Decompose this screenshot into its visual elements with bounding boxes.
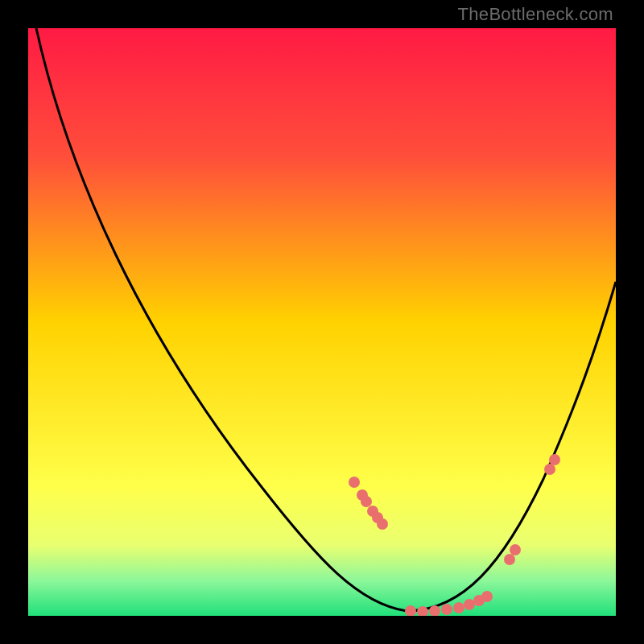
plot-area	[28, 28, 616, 616]
data-point	[377, 518, 388, 530]
data-point	[481, 591, 493, 602]
data-point	[544, 464, 555, 475]
attribution-label: TheBottleneck.com	[458, 4, 613, 25]
curve-line	[36, 28, 616, 611]
data-point	[510, 544, 521, 555]
curve-points	[349, 454, 560, 616]
bottleneck-curve	[28, 28, 616, 616]
data-point	[441, 604, 452, 615]
data-point	[504, 554, 515, 565]
data-point	[349, 477, 360, 488]
data-point	[361, 496, 372, 507]
chart-stage: TheBottleneck.com	[0, 0, 644, 644]
data-point	[453, 602, 464, 613]
data-point	[405, 605, 416, 616]
data-point	[549, 454, 560, 465]
data-point	[464, 599, 475, 610]
